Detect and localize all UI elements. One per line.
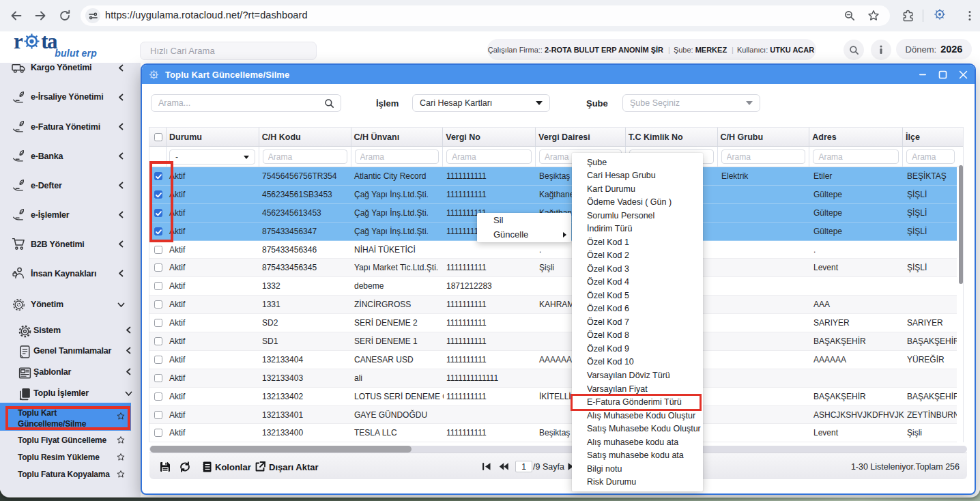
- sidebar-item-sistem[interactable]: Sistem: [0, 320, 141, 341]
- submenu-item--zel-kod-3[interactable]: Özel Kod 3: [572, 262, 703, 276]
- extensions-puzzle-icon[interactable]: [902, 10, 914, 22]
- rota-logo[interactable]: rta bulut erp: [14, 32, 97, 61]
- page-number-input[interactable]: [515, 461, 532, 472]
- column-header-vergi-no[interactable]: Vergi No: [443, 128, 536, 146]
- sidebar-item-b2b-y-netimi[interactable]: B2B Yönetimi: [0, 234, 141, 255]
- zoom-icon[interactable]: [844, 10, 856, 22]
- modal-titlebar[interactable]: Toplu Kart Güncelleme/Silme: [142, 65, 975, 84]
- row-checkbox[interactable]: [154, 300, 162, 309]
- table-row[interactable]: Aktif132133400TESLA LLC1111111111Beşikta…: [149, 424, 957, 442]
- sidebar-item-e-defter[interactable]: e-Defter: [0, 175, 141, 196]
- row-checkbox[interactable]: [154, 374, 162, 382]
- sidebar-item-y-netim[interactable]: Yönetim: [0, 294, 141, 315]
- table-row[interactable]: Aktif875433456346NİHAİ TÜKETİCİ..: [149, 241, 957, 259]
- favorite-star-icon[interactable]: [116, 435, 126, 445]
- table-row[interactable]: Aktif132133403ali1111111111111: [149, 369, 957, 388]
- table-row[interactable]: Aktif875433456345Yapı Market Tic.Ltd.Şti…: [149, 259, 957, 277]
- sidebar-item-genel-tan-mlamalar[interactable]: Genel Tanımlamalar: [0, 341, 141, 361]
- column-filter-input[interactable]: [263, 149, 347, 164]
- submenu-item--zel-kod-9[interactable]: Özel Kod 9: [572, 342, 703, 356]
- column-header-durumu[interactable]: Durumu: [167, 128, 259, 146]
- forward-icon[interactable]: [33, 9, 47, 23]
- submenu-item--zel-kod-7[interactable]: Özel Kod 7: [572, 315, 703, 329]
- address-bar[interactable]: https://uygulama.rotacloud.net/?rt=dashb…: [81, 5, 890, 26]
- row-checkbox[interactable]: [154, 246, 162, 254]
- modal-search-input[interactable]: [151, 94, 319, 112]
- menu-kebab-icon[interactable]: [964, 10, 976, 22]
- sidebar-item-e-i-rsaliye-y-netimi[interactable]: e-İrsaliye Yönetimi: [0, 87, 141, 107]
- sidebar-item-toplu-fatura-kopyalama[interactable]: Toplu Fatura Kopyalama: [0, 464, 141, 485]
- column-filter-input[interactable]: [446, 149, 532, 164]
- table-row[interactable]: Aktif456234561SB3453Çağ Yapı İnş.Ltd.Şti…: [149, 186, 957, 204]
- column-filter-input[interactable]: [721, 149, 806, 164]
- table-row[interactable]: Aktif132133404CANESAR USD1111111111AAAAA…: [149, 351, 957, 369]
- header-search-button[interactable]: [844, 40, 864, 60]
- url-text[interactable]: https://uygulama.rotacloud.net/?rt=dashb…: [105, 10, 308, 20]
- column-header-c-h-grubu[interactable]: C/H Grubu: [718, 128, 810, 146]
- table-row[interactable]: Aktif132133401GAYE GÜNDOĞDUASHCJKSHVJKDF…: [149, 406, 957, 425]
- row-checkbox[interactable]: [154, 263, 162, 272]
- horizontal-scrollbar-thumb[interactable]: [150, 446, 412, 453]
- submenu-item-sat-muhasebe-kodu-ata[interactable]: Satış muhasebe kodu ata: [572, 448, 703, 462]
- column-header-c-h-nvan-[interactable]: C/H Ünvanı: [351, 128, 444, 146]
- submenu-item-bilgi-notu[interactable]: Bilgi notu: [572, 462, 703, 476]
- export-icon[interactable]: [254, 461, 266, 473]
- row-checkbox[interactable]: [154, 319, 162, 327]
- minimize-icon[interactable]: [919, 70, 927, 78]
- submenu-item--deme-vadesi-g-n-[interactable]: Ödeme Vadesi ( Gün ): [572, 196, 703, 210]
- row-checkbox[interactable]: [154, 356, 162, 364]
- submenu-item--zel-kod-8[interactable]: Özel Kod 8: [572, 329, 703, 343]
- context-menu-item-g-ncelle[interactable]: Güncelle: [477, 227, 571, 242]
- first-page-icon[interactable]: [481, 461, 492, 472]
- submenu-item--zel-kod-5[interactable]: Özel Kod 5: [572, 289, 703, 302]
- modal-search-button[interactable]: [318, 94, 341, 112]
- rota-wheel-extension-icon[interactable]: [934, 8, 949, 23]
- column-header-t-c-kimlik-no[interactable]: T.C Kimlik No: [626, 128, 718, 146]
- row-checkbox[interactable]: [154, 429, 162, 437]
- table-row[interactable]: Aktif75456456756TR354Atlantic City Recor…: [149, 167, 957, 186]
- info-button[interactable]: [871, 40, 891, 60]
- submenu-item-sorumlu-personel[interactable]: Sorumlu Personel: [572, 209, 703, 223]
- submenu-item-varsay-lan-d-viz-t-r-[interactable]: Varsayılan Döviz Türü: [572, 369, 703, 382]
- column-header-c-h-kodu[interactable]: C/H Kodu: [259, 128, 351, 146]
- sidebar-item-i-nsan-kaynaklar-[interactable]: İnsan Kaynakları: [0, 263, 141, 284]
- column-header-adres[interactable]: Adres: [809, 128, 903, 146]
- sidebar-item-e-banka[interactable]: e-Banka: [0, 146, 141, 167]
- sidebar-item-toplu-i-lemler[interactable]: Toplu İşlemler: [0, 383, 141, 403]
- sube-select[interactable]: Şube Seçiniz: [622, 94, 760, 112]
- favorite-star-icon[interactable]: [116, 470, 126, 479]
- sidebar-item--ablonlar[interactable]: Şablonlar: [0, 362, 141, 382]
- submenu-item-sat-muhasebe-kodu-olu-tur[interactable]: Satış Muhasebe Kodu Oluştur: [572, 422, 703, 435]
- status-filter-select[interactable]: -: [169, 149, 255, 164]
- reload-icon[interactable]: [58, 9, 72, 23]
- context-menu-item-sil[interactable]: Sil: [477, 213, 571, 227]
- table-row[interactable]: Aktif1332debeme1871212283: [149, 277, 957, 296]
- vertical-scrollbar-thumb[interactable]: [959, 165, 963, 284]
- column-filter-input[interactable]: [906, 149, 955, 164]
- disari-aktar-button[interactable]: Dışarı Aktar: [269, 462, 319, 472]
- refresh-icon[interactable]: [179, 461, 191, 473]
- submenu-item-kart-durumu[interactable]: Kart Durumu: [572, 182, 703, 196]
- maximize-icon[interactable]: [938, 70, 947, 79]
- table-row[interactable]: Aktif1331ZİNCİRGROSS1111111111KAHRAMANMA…: [149, 296, 957, 314]
- table-row[interactable]: AktifSD2SERİ DENEME 21111111111SARIYERSA…: [149, 314, 957, 332]
- submenu-item--ube[interactable]: Şube: [572, 156, 703, 169]
- kolonlar-button[interactable]: Kolonlar: [215, 462, 251, 472]
- submenu-item--zel-kod-2[interactable]: Özel Kod 2: [572, 249, 703, 263]
- submenu-item-risk-durumu[interactable]: Risk Durumu: [572, 475, 703, 489]
- close-icon[interactable]: [959, 70, 968, 79]
- submenu-item--zel-kod-10[interactable]: Özel Kod 10: [572, 356, 703, 369]
- sidebar-item-e-fatura-y-netimi[interactable]: e-Fatura Yönetimi: [0, 117, 141, 137]
- previous-page-icon[interactable]: [498, 461, 509, 472]
- submenu-item--zel-kod-4[interactable]: Özel Kod 4: [572, 276, 703, 289]
- submenu-item--zel-kod-1[interactable]: Özel Kod 1: [572, 235, 703, 249]
- column-header-i-l-e[interactable]: İlçe: [903, 128, 963, 146]
- back-icon[interactable]: [10, 9, 23, 23]
- column-filter-input[interactable]: [813, 149, 899, 164]
- column-filter-input[interactable]: [355, 149, 439, 164]
- islem-select[interactable]: Cari Hesap Kartları: [412, 94, 550, 112]
- site-settings-icon[interactable]: [85, 8, 100, 23]
- row-checkbox[interactable]: [154, 282, 162, 290]
- row-checkbox[interactable]: [154, 411, 162, 419]
- row-checkbox[interactable]: [154, 337, 162, 345]
